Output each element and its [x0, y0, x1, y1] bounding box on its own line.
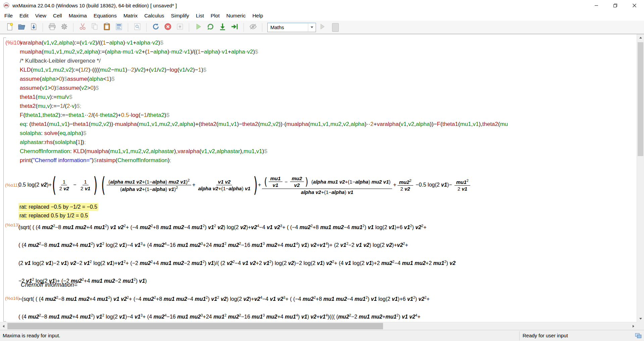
evaluate-cell-icon — [194, 22, 203, 32]
combo-dropdown-icon[interactable] — [308, 23, 316, 31]
code-line[interactable]: KLD(mu1,v1,mu2,v2):=(1/2)·((((mu2−mu1)··… — [20, 65, 635, 74]
menu-item-file[interactable]: File — [1, 11, 16, 20]
math-output-line: −2 v12 log(2 v1)+ (−2 mu22+4 mu1 mu2−2 m… — [18, 271, 636, 289]
evaluate-queue-button[interactable] — [205, 22, 215, 32]
horizontal-scrollbar-thumb[interactable] — [7, 323, 383, 329]
close-icon — [632, 3, 637, 8]
menu-item-help[interactable]: Help — [249, 11, 266, 20]
code-line[interactable]: eq: (theta1(mu1,v1)−theta1(mu2,v2))·mual… — [20, 120, 635, 129]
code-line[interactable]: F(theta1,theta2):=−theta1··2/(4·theta2)+… — [20, 111, 635, 120]
code-line[interactable]: alphastar:rhs(solalpha[1]); — [20, 138, 635, 147]
scroll-up-arrow[interactable] — [637, 34, 644, 41]
vertical-scrollbar[interactable] — [637, 34, 644, 322]
play-slideshow-icon — [318, 22, 326, 32]
scrollbar-corner — [637, 322, 644, 330]
cut-icon — [78, 22, 87, 32]
save-button[interactable] — [29, 22, 39, 32]
restart-maxima-button[interactable] — [151, 22, 161, 32]
paren-group: ((alpha mu1 v2+(1−alpha) mu2 v1)2(alpha … — [101, 178, 258, 192]
minimize-button[interactable] — [587, 0, 606, 11]
toolbar-separator — [189, 23, 189, 32]
code-line[interactable]: varalpha(v1,v2,alpha):=(v1·v2)/((1−alpha… — [20, 38, 635, 47]
play-slideshow-button[interactable] — [317, 22, 327, 32]
hide-code-button[interactable] — [248, 22, 258, 32]
output-label-o13: (%o13) — [5, 222, 20, 227]
worksheet[interactable]: (%i10) varalpha(v1,v2,alpha):=(v1·v2)/((… — [0, 34, 644, 330]
cell-type-value: Maths — [268, 24, 308, 30]
evaluate-cell-button[interactable] — [193, 22, 203, 32]
menu-bar: FileEditViewCellMaximaEquationsMatrixCal… — [0, 11, 644, 21]
code-line[interactable]: assume(v1>0)$assume(v2>0)$ — [20, 83, 635, 92]
print-button[interactable] — [47, 22, 57, 32]
code-line[interactable]: mualpha(mu1,v1,mu2,v2,alpha):=(alpha·mu1… — [20, 47, 635, 56]
menu-item-simplify[interactable]: Simplify — [168, 11, 193, 20]
input-cell[interactable]: varalpha(v1,v2,alpha):=(v1·v2)/((1−alpha… — [20, 38, 635, 165]
cell-bracket[interactable] — [3, 38, 6, 322]
menu-item-cell[interactable]: Cell — [50, 11, 65, 20]
code-line[interactable]: theta2(mu,v):=−1/(2·v)$; — [20, 101, 635, 111]
select-all-button[interactable] — [114, 22, 124, 32]
scroll-down-arrow[interactable] — [637, 315, 644, 322]
output-o13: (sqrt( ( (4 mu22−8 mu1 mu2+4 mu12) v1 v2… — [18, 218, 636, 289]
status-bar: Maxima is ready for input. Ready for use… — [0, 330, 644, 341]
menu-item-numeric[interactable]: Numeric — [223, 11, 249, 20]
save-icon — [30, 22, 38, 32]
fraction: 12 v2 — [58, 179, 71, 192]
find-button[interactable] — [132, 22, 142, 32]
code-line[interactable]: theta1(mu,v):=mu/v$ — [20, 92, 635, 101]
copy-button[interactable] — [90, 22, 100, 32]
menu-item-equations[interactable]: Equations — [90, 11, 120, 20]
open-icon — [17, 22, 26, 32]
copy-icon — [91, 22, 99, 32]
fraction: (alpha mu1 v2+(1−alpha) mu2 v1)2(alpha v… — [107, 178, 191, 192]
toolbar-separator — [262, 23, 262, 32]
jump-to-result-button[interactable] — [229, 22, 239, 32]
configure-button[interactable] — [59, 22, 69, 32]
toolbar-separator — [128, 23, 128, 32]
code-line[interactable]: solalpha: solve(eq,alpha)$ — [20, 129, 635, 138]
cut-button[interactable] — [77, 22, 88, 32]
menu-item-view[interactable]: View — [32, 11, 50, 20]
restart-maxima-icon — [152, 22, 160, 32]
rat-warning-1: rat: replaced −0.5 by −1/2 = −0.5 — [18, 203, 98, 211]
print-output: Chernoff information= — [21, 281, 77, 288]
new-document-button[interactable] — [4, 22, 14, 32]
horizontal-scrollbar[interactable] — [0, 322, 637, 330]
output-label-o11: (%o11) — [5, 183, 19, 188]
scroll-right-arrow[interactable] — [630, 322, 637, 330]
follow-icon — [176, 22, 184, 32]
vertical-scrollbar-thumb[interactable] — [638, 42, 643, 156]
paren-group: (mu1v1 − mu2v2) — [264, 175, 309, 188]
open-button[interactable] — [16, 22, 26, 32]
new-document-icon — [5, 22, 14, 32]
menu-item-edit[interactable]: Edit — [16, 11, 32, 20]
menu-item-list[interactable]: List — [193, 11, 207, 20]
minimize-icon — [594, 3, 598, 7]
paste-button[interactable] — [102, 22, 112, 32]
menu-item-matrix[interactable]: Matrix — [120, 11, 141, 20]
input-label: (%i10) — [5, 38, 22, 47]
close-button[interactable] — [625, 0, 644, 11]
menu-item-calculus[interactable]: Calculus — [141, 11, 167, 20]
paste-icon — [103, 22, 111, 32]
code-line[interactable]: assume(alpha>0)$assume(alpha<1)$ — [20, 74, 635, 83]
find-icon — [133, 22, 142, 32]
code-line[interactable]: ChernoffInformation: KLD(mualpha(mu1,v1,… — [20, 147, 635, 156]
code-line[interactable]: print("Chernoff information=")$ratsimp(C… — [20, 156, 635, 165]
maxima-status: Ready for user input — [523, 333, 568, 338]
toolbar-separator — [43, 23, 43, 32]
paren-group: (12 v2 − 12 v1) — [52, 179, 98, 192]
menu-item-plot[interactable]: Plot — [207, 11, 223, 20]
restore-button[interactable] — [606, 0, 625, 11]
evaluate-all-button[interactable] — [217, 22, 227, 32]
network-status-icon — [635, 332, 642, 339]
math-output-line: (sqrt( ( (4 mu22−8 mu1 mu2+4 mu12) v1 v2… — [18, 218, 636, 235]
window-title: wxMaxima 22.04.0 (Windows 10 (build 1836… — [12, 3, 177, 8]
scroll-left-arrow[interactable] — [0, 322, 7, 330]
menu-item-maxima[interactable]: Maxima — [65, 11, 90, 20]
output-label-o16: (%o16) — [5, 296, 20, 301]
interrupt-button[interactable] — [163, 22, 173, 32]
code-line[interactable]: /* Kullback-Leibler divergence */ — [20, 56, 635, 65]
follow-button[interactable] — [175, 22, 185, 32]
cell-type-selector[interactable]: Maths — [267, 23, 316, 32]
